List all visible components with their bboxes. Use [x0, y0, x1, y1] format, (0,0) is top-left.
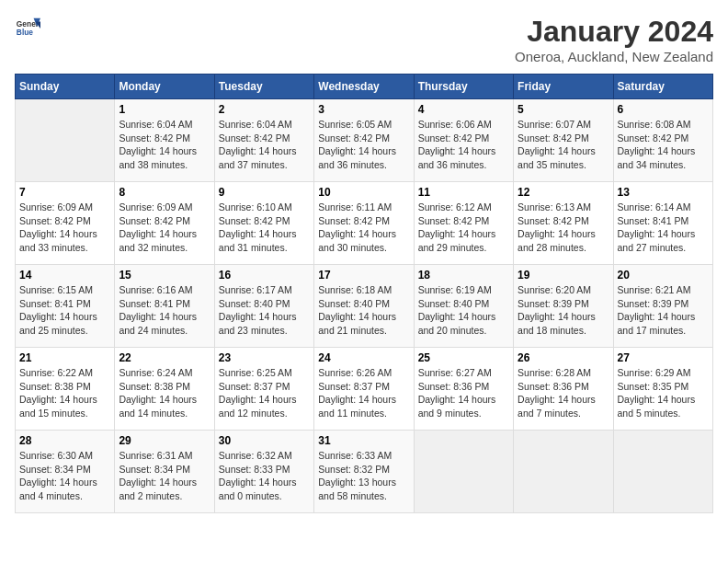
calendar-cell: 31Sunrise: 6:33 AMSunset: 8:32 PMDayligh…: [314, 431, 414, 513]
day-number: 18: [418, 269, 509, 282]
calendar-cell: 7Sunrise: 6:09 AMSunset: 8:42 PMDaylight…: [16, 182, 115, 265]
day-info: Sunrise: 6:08 AMSunset: 8:42 PMDaylight:…: [618, 118, 709, 172]
calendar-cell: 6Sunrise: 6:08 AMSunset: 8:42 PMDaylight…: [613, 99, 712, 182]
day-number: 30: [219, 434, 310, 447]
page-header: General Blue January 2024 Oneroa, Auckla…: [15, 15, 713, 64]
calendar-cell: 2Sunrise: 6:04 AMSunset: 8:42 PMDaylight…: [214, 99, 313, 182]
calendar-cell: 5Sunrise: 6:07 AMSunset: 8:42 PMDaylight…: [514, 99, 613, 182]
title-block: January 2024 Oneroa, Auckland, New Zeala…: [515, 15, 713, 64]
day-info: Sunrise: 6:30 AMSunset: 8:34 PMDaylight:…: [19, 449, 110, 503]
calendar-cell: 28Sunrise: 6:30 AMSunset: 8:34 PMDayligh…: [16, 431, 115, 513]
day-number: 2: [219, 103, 310, 116]
day-info: Sunrise: 6:33 AMSunset: 8:32 PMDaylight:…: [318, 449, 409, 503]
header-monday: Monday: [115, 75, 214, 99]
day-number: 29: [119, 434, 210, 447]
day-info: Sunrise: 6:28 AMSunset: 8:36 PMDaylight:…: [518, 366, 609, 420]
calendar-cell: 23Sunrise: 6:25 AMSunset: 8:37 PMDayligh…: [214, 348, 313, 431]
day-number: 28: [19, 434, 110, 447]
calendar-cell: 13Sunrise: 6:14 AMSunset: 8:41 PMDayligh…: [613, 182, 712, 265]
day-number: 31: [318, 434, 409, 447]
calendar-cell: 30Sunrise: 6:32 AMSunset: 8:33 PMDayligh…: [214, 431, 313, 513]
day-info: Sunrise: 6:11 AMSunset: 8:42 PMDaylight:…: [318, 201, 409, 255]
day-number: 10: [318, 186, 409, 199]
calendar-cell: 4Sunrise: 6:06 AMSunset: 8:42 PMDaylight…: [414, 99, 513, 182]
calendar-cell: [514, 431, 613, 513]
day-number: 8: [119, 186, 210, 199]
day-info: Sunrise: 6:26 AMSunset: 8:37 PMDaylight:…: [318, 366, 409, 420]
day-info: Sunrise: 6:27 AMSunset: 8:36 PMDaylight:…: [418, 366, 509, 420]
header-sunday: Sunday: [16, 75, 115, 99]
day-number: 22: [119, 351, 210, 364]
subtitle: Oneroa, Auckland, New Zealand: [515, 49, 713, 64]
day-info: Sunrise: 6:10 AMSunset: 8:42 PMDaylight:…: [219, 201, 310, 255]
day-number: 12: [518, 186, 609, 199]
day-number: 5: [518, 103, 609, 116]
calendar-cell: 9Sunrise: 6:10 AMSunset: 8:42 PMDaylight…: [214, 182, 313, 265]
day-number: 7: [19, 186, 110, 199]
calendar-cell: 17Sunrise: 6:18 AMSunset: 8:40 PMDayligh…: [314, 265, 414, 348]
day-info: Sunrise: 6:04 AMSunset: 8:42 PMDaylight:…: [219, 118, 310, 172]
main-title: January 2024: [515, 15, 713, 49]
day-number: 16: [219, 269, 310, 282]
day-number: 20: [618, 269, 709, 282]
day-info: Sunrise: 6:15 AMSunset: 8:41 PMDaylight:…: [19, 283, 110, 338]
calendar-cell: 26Sunrise: 6:28 AMSunset: 8:36 PMDayligh…: [514, 348, 613, 431]
day-number: 1: [119, 103, 210, 116]
logo-icon: General Blue: [15, 15, 40, 40]
calendar-table: SundayMondayTuesdayWednesdayThursdayFrid…: [15, 74, 713, 513]
day-number: 4: [418, 103, 509, 116]
calendar-cell: 3Sunrise: 6:05 AMSunset: 8:42 PMDaylight…: [314, 99, 414, 182]
calendar-cell: [414, 431, 513, 513]
week-row-2: 7Sunrise: 6:09 AMSunset: 8:42 PMDaylight…: [16, 182, 713, 265]
day-info: Sunrise: 6:20 AMSunset: 8:39 PMDaylight:…: [518, 283, 609, 338]
header-wednesday: Wednesday: [314, 75, 414, 99]
day-info: Sunrise: 6:13 AMSunset: 8:42 PMDaylight:…: [518, 201, 609, 255]
calendar-cell: 10Sunrise: 6:11 AMSunset: 8:42 PMDayligh…: [314, 182, 414, 265]
day-number: 15: [119, 269, 210, 282]
day-info: Sunrise: 6:07 AMSunset: 8:42 PMDaylight:…: [518, 118, 609, 172]
day-info: Sunrise: 6:09 AMSunset: 8:42 PMDaylight:…: [119, 201, 210, 255]
day-number: 26: [518, 351, 609, 364]
logo: General Blue: [15, 15, 40, 40]
day-info: Sunrise: 6:21 AMSunset: 8:39 PMDaylight:…: [618, 283, 709, 338]
week-row-5: 28Sunrise: 6:30 AMSunset: 8:34 PMDayligh…: [16, 431, 713, 513]
day-number: 14: [19, 269, 110, 282]
day-info: Sunrise: 6:17 AMSunset: 8:40 PMDaylight:…: [219, 283, 310, 338]
day-info: Sunrise: 6:12 AMSunset: 8:42 PMDaylight:…: [418, 201, 509, 255]
calendar-cell: 18Sunrise: 6:19 AMSunset: 8:40 PMDayligh…: [414, 265, 513, 348]
header-row: SundayMondayTuesdayWednesdayThursdayFrid…: [16, 75, 713, 99]
header-saturday: Saturday: [613, 75, 712, 99]
day-number: 19: [518, 269, 609, 282]
calendar-cell: 25Sunrise: 6:27 AMSunset: 8:36 PMDayligh…: [414, 348, 513, 431]
day-info: Sunrise: 6:31 AMSunset: 8:34 PMDaylight:…: [119, 449, 210, 503]
calendar-cell: 11Sunrise: 6:12 AMSunset: 8:42 PMDayligh…: [414, 182, 513, 265]
calendar-cell: 24Sunrise: 6:26 AMSunset: 8:37 PMDayligh…: [314, 348, 414, 431]
day-info: Sunrise: 6:19 AMSunset: 8:40 PMDaylight:…: [418, 283, 509, 338]
day-info: Sunrise: 6:22 AMSunset: 8:38 PMDaylight:…: [19, 366, 110, 420]
svg-text:Blue: Blue: [17, 28, 33, 37]
calendar-cell: 19Sunrise: 6:20 AMSunset: 8:39 PMDayligh…: [514, 265, 613, 348]
day-info: Sunrise: 6:29 AMSunset: 8:35 PMDaylight:…: [618, 366, 709, 420]
week-row-4: 21Sunrise: 6:22 AMSunset: 8:38 PMDayligh…: [16, 348, 713, 431]
week-row-1: 1Sunrise: 6:04 AMSunset: 8:42 PMDaylight…: [16, 99, 713, 182]
calendar-cell: 16Sunrise: 6:17 AMSunset: 8:40 PMDayligh…: [214, 265, 313, 348]
day-number: 25: [418, 351, 509, 364]
header-tuesday: Tuesday: [214, 75, 313, 99]
calendar-cell: 15Sunrise: 6:16 AMSunset: 8:41 PMDayligh…: [115, 265, 214, 348]
day-info: Sunrise: 6:18 AMSunset: 8:40 PMDaylight:…: [318, 283, 409, 338]
day-number: 21: [19, 351, 110, 364]
calendar-cell: 14Sunrise: 6:15 AMSunset: 8:41 PMDayligh…: [16, 265, 115, 348]
calendar-cell: [16, 99, 115, 182]
calendar-cell: 8Sunrise: 6:09 AMSunset: 8:42 PMDaylight…: [115, 182, 214, 265]
day-number: 17: [318, 269, 409, 282]
day-info: Sunrise: 6:04 AMSunset: 8:42 PMDaylight:…: [119, 118, 210, 172]
day-number: 11: [418, 186, 509, 199]
day-info: Sunrise: 6:06 AMSunset: 8:42 PMDaylight:…: [418, 118, 509, 172]
day-number: 6: [618, 103, 709, 116]
calendar-cell: 29Sunrise: 6:31 AMSunset: 8:34 PMDayligh…: [115, 431, 214, 513]
calendar-cell: 21Sunrise: 6:22 AMSunset: 8:38 PMDayligh…: [16, 348, 115, 431]
day-info: Sunrise: 6:05 AMSunset: 8:42 PMDaylight:…: [318, 118, 409, 172]
day-info: Sunrise: 6:09 AMSunset: 8:42 PMDaylight:…: [19, 201, 110, 255]
day-info: Sunrise: 6:16 AMSunset: 8:41 PMDaylight:…: [119, 283, 210, 338]
calendar-cell: [613, 431, 712, 513]
